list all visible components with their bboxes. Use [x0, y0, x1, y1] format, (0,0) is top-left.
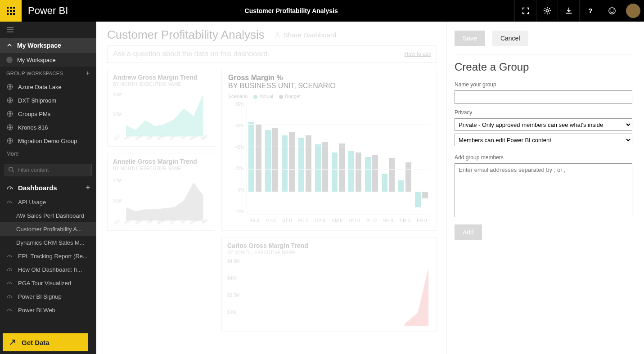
my-workspace-sub-label: My Workspace [17, 57, 56, 63]
download-icon [565, 7, 573, 15]
group-item[interactable]: DXT Shiproom [0, 94, 96, 107]
chevron-up-icon [6, 42, 13, 49]
search-icon [8, 166, 14, 173]
divider [455, 54, 632, 54]
waffle-icon [6, 6, 15, 15]
my-workspace-header[interactable]: My Workspace [0, 38, 96, 53]
filter-input[interactable] [5, 164, 92, 176]
download-button[interactable] [558, 0, 579, 22]
nav-toggle[interactable] [0, 22, 96, 38]
more-link[interactable]: More [0, 148, 96, 160]
dashboard-item[interactable]: Customer Profitability A... [0, 222, 96, 236]
dashboard-icon [6, 266, 14, 273]
dashboard-item[interactable]: AW Sales Perf Dashboard [0, 209, 96, 222]
svg-rect-8 [13, 13, 15, 15]
group-item[interactable]: Kronos 816 [0, 121, 96, 134]
dashboard-icon [6, 252, 14, 260]
feedback-button[interactable] [601, 0, 622, 22]
arrow-icon [9, 339, 16, 346]
get-data-button[interactable]: Get Data [3, 333, 88, 351]
hamburger-icon [7, 26, 14, 33]
dim-overlay [96, 22, 446, 354]
add-group-button[interactable]: + [86, 69, 90, 77]
dashboard-icon [6, 198, 14, 206]
fullscreen-button[interactable] [514, 0, 536, 22]
globe-icon [6, 124, 14, 131]
main-canvas: Customer Profitability Analysis Share Da… [96, 22, 446, 354]
svg-text:?: ? [588, 7, 592, 14]
svg-rect-6 [7, 13, 9, 15]
group-workspaces-label: GROUP WORKSPACES [6, 71, 63, 76]
members-input[interactable] [455, 163, 632, 217]
my-workspace-label: My Workspace [17, 42, 61, 49]
page-title-top: Customer Profitability Analysis [68, 7, 514, 14]
help-icon: ? [586, 7, 594, 15]
svg-rect-3 [7, 10, 9, 12]
dashboard-item[interactable]: Power BI Signup [0, 290, 96, 303]
name-label: Name your group [455, 81, 632, 88]
dashboard-item[interactable]: Dynamics CRM Sales M... [0, 236, 96, 249]
svg-rect-4 [10, 10, 12, 12]
svg-rect-2 [13, 7, 15, 9]
app-launcher-button[interactable] [0, 0, 22, 22]
panel-heading: Create a Group [455, 61, 632, 73]
dashboards-label: Dashboards [18, 184, 57, 192]
members-label: Add group members [455, 154, 632, 161]
svg-point-13 [612, 9, 613, 10]
sidebar: My Workspace My Workspace GROUP WORKSPAC… [0, 22, 96, 354]
dashboard-icon [6, 293, 14, 300]
my-workspace-item[interactable]: My Workspace [0, 53, 96, 67]
speedometer-icon [6, 184, 14, 191]
dashboard-icon [6, 306, 14, 314]
privacy-label: Privacy [455, 109, 632, 116]
get-data-label: Get Data [22, 339, 50, 346]
group-workspaces-header: GROUP WORKSPACES + [0, 67, 96, 80]
create-group-panel: Save Cancel Create a Group Name your gro… [446, 22, 644, 354]
gear-icon [543, 7, 551, 15]
dashboards-header[interactable]: Dashboards + [0, 180, 96, 195]
globe-icon [6, 83, 14, 90]
add-dashboard-button[interactable]: + [86, 184, 90, 192]
settings-button[interactable] [536, 0, 558, 22]
dashboard-item[interactable]: PGA Tour Visualized [0, 276, 96, 290]
group-item[interactable]: Groups PMs [0, 107, 96, 121]
group-item[interactable]: Azure Data Lake [0, 80, 96, 94]
dashboard-icon [6, 279, 14, 287]
user-dot-icon [6, 57, 13, 63]
dashboard-item[interactable]: Power BI Web [0, 303, 96, 317]
group-name-input[interactable] [455, 90, 632, 104]
top-icon-bar: ? [514, 0, 644, 22]
save-button[interactable]: Save [455, 31, 485, 46]
dashboard-item[interactable]: API Usage [0, 195, 96, 209]
svg-point-12 [610, 9, 611, 10]
dashboard-item[interactable]: How Old Dashboard: h... [0, 263, 96, 276]
add-button[interactable]: Add [455, 224, 482, 240]
permission-select[interactable]: Members can edit Power BI content [455, 134, 632, 146]
avatar[interactable] [626, 4, 640, 18]
help-button[interactable]: ? [579, 0, 601, 22]
group-item[interactable]: Migration Demo Group [0, 134, 96, 148]
globe-icon [6, 110, 14, 117]
svg-point-19 [9, 167, 13, 171]
cancel-button[interactable]: Cancel [492, 31, 528, 46]
smile-icon [608, 7, 616, 15]
globe-icon [6, 97, 14, 104]
svg-rect-1 [10, 7, 12, 9]
privacy-select[interactable]: Private - Only approved members can see … [455, 118, 632, 131]
fullscreen-icon [522, 7, 530, 15]
svg-point-9 [546, 9, 548, 12]
filter-wrap [0, 160, 96, 180]
globe-icon [6, 137, 14, 144]
svg-rect-7 [10, 13, 12, 15]
svg-rect-5 [13, 10, 15, 12]
svg-rect-0 [7, 7, 9, 9]
brand-label: Power BI [28, 5, 68, 17]
dashboard-item[interactable]: EPL Tracking Report (Re... [0, 249, 96, 263]
svg-point-11 [608, 8, 615, 14]
top-bar: Power BI Customer Profitability Analysis… [0, 0, 644, 22]
